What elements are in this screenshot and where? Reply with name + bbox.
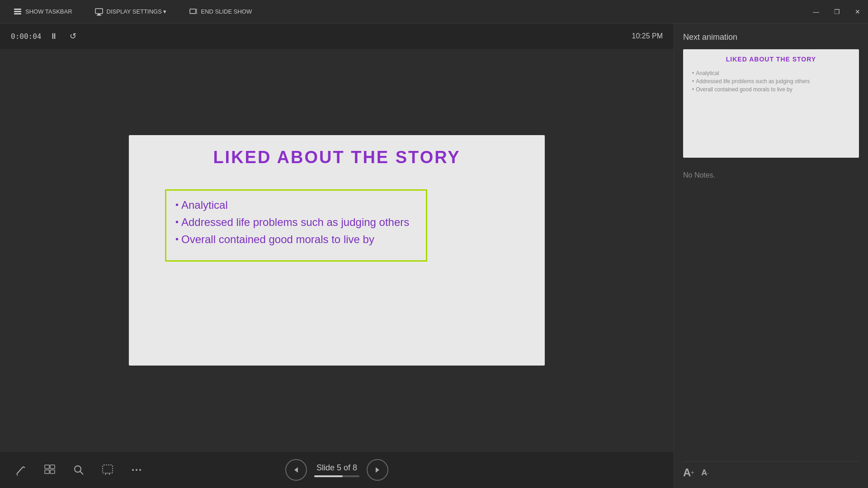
slide-title: LIKED ABOUT THE STORY	[129, 135, 545, 176]
taskbar-icon	[14, 8, 22, 16]
bullet-text-3: Overall contained good morals to live by	[181, 233, 374, 246]
bullet-text-1: Analytical	[181, 199, 228, 211]
top-toolbar: SHOW TASKBAR DISPLAY SETTINGS ▾ END SLID…	[0, 0, 868, 23]
preview-slide-title: LIKED ABOUT THE STORY	[683, 49, 859, 67]
svg-rect-19	[103, 465, 113, 473]
next-animation-label: Next animation	[683, 33, 859, 42]
show-taskbar-button[interactable]: SHOW TASKBAR	[9, 5, 77, 19]
svg-line-18	[80, 471, 83, 474]
svg-rect-16	[50, 470, 55, 474]
bottom-tools-left	[11, 460, 146, 480]
preview-bullets: • Analytical • Addressed life problems s…	[683, 67, 859, 97]
svg-marker-25	[294, 467, 298, 473]
timer-display: 0:00:04	[11, 32, 41, 41]
main-content: 0:00:04 ⏸ ↺ 10:25 PM LIKED ABOUT THE STO…	[0, 23, 868, 488]
svg-line-12	[17, 474, 18, 476]
svg-rect-4	[98, 14, 100, 15]
bullet-dot-2: •	[175, 217, 179, 227]
end-slideshow-label: END SLIDE SHOW	[201, 8, 252, 15]
slides-overview-button[interactable]	[40, 460, 60, 480]
svg-point-17	[75, 466, 81, 472]
font-increase-label: A	[683, 466, 691, 479]
svg-rect-15	[45, 470, 49, 474]
slide-frame: LIKED ABOUT THE STORY • Analytical • Add…	[129, 135, 545, 366]
clock-display: 10:25 PM	[632, 32, 663, 40]
font-increase-button[interactable]: A +	[683, 466, 694, 479]
bullet-item-2: • Addressed life problems such as judgin…	[175, 216, 417, 229]
bullet-dot-3: •	[175, 234, 179, 244]
bullet-text-2: Addressed life problems such as judging …	[181, 216, 409, 229]
slide-navigation: Slide 5 of 8	[285, 459, 388, 481]
svg-rect-0	[14, 9, 21, 10]
end-slideshow-icon	[189, 8, 198, 16]
preview-bullet-1: • Analytical	[692, 70, 850, 76]
more-options-button[interactable]	[127, 460, 146, 480]
display-settings-label: DISPLAY SETTINGS ▾	[107, 8, 167, 15]
show-taskbar-label: SHOW TASKBAR	[25, 8, 72, 15]
svg-marker-26	[376, 467, 379, 473]
next-slide-button[interactable]	[367, 459, 388, 481]
slide-controls-bar: 0:00:04 ⏸ ↺ 10:25 PM	[0, 23, 674, 49]
restore-button[interactable]: ❐	[826, 0, 847, 23]
svg-line-8	[196, 13, 197, 14]
svg-point-24	[139, 469, 141, 471]
svg-point-23	[136, 469, 137, 471]
search-button[interactable]	[69, 460, 89, 480]
svg-line-7	[196, 9, 197, 10]
refresh-button[interactable]: ↺	[66, 30, 79, 42]
svg-rect-1	[14, 11, 21, 12]
bullet-item-3: • Overall contained good morals to live …	[175, 233, 417, 246]
pause-button[interactable]: ⏸	[47, 30, 60, 42]
cursor-indicator	[182, 284, 188, 290]
progress-bar-fill	[314, 475, 343, 477]
bottom-toolbar: Slide 5 of 8	[0, 452, 674, 488]
slide-counter: Slide 5 of 8	[316, 463, 357, 473]
svg-rect-3	[95, 9, 103, 14]
svg-rect-6	[190, 9, 196, 14]
slide-viewport: LIKED ABOUT THE STORY • Analytical • Add…	[0, 49, 674, 452]
svg-rect-5	[97, 15, 101, 16]
svg-line-11	[23, 467, 25, 468]
slide-panel: 0:00:04 ⏸ ↺ 10:25 PM LIKED ABOUT THE STO…	[0, 23, 674, 488]
slide-content-box: • Analytical • Addressed life problems s…	[165, 189, 427, 262]
svg-rect-14	[50, 465, 55, 469]
font-controls: A + A -	[683, 461, 859, 479]
notes-area: No Notes.	[683, 167, 859, 461]
progress-bar-track	[314, 475, 359, 477]
end-slide-show-button[interactable]: END SLIDE SHOW	[185, 5, 257, 19]
display-settings-icon	[95, 8, 103, 16]
display-settings-button[interactable]: DISPLAY SETTINGS ▾	[90, 5, 171, 19]
minimize-button[interactable]: —	[806, 0, 826, 23]
svg-rect-2	[14, 13, 21, 14]
preview-bullet-3: • Overall contained good morals to live …	[692, 86, 850, 93]
preview-bullet-2: • Addressed life problems such as judgin…	[692, 78, 850, 84]
bullet-item-1: • Analytical	[175, 199, 417, 211]
font-decrease-label: A	[701, 468, 707, 478]
font-decrease-button[interactable]: A -	[701, 468, 708, 478]
right-panel: Next animation LIKED ABOUT THE STORY • A…	[674, 23, 868, 488]
svg-line-10	[17, 467, 23, 474]
prev-slide-button[interactable]	[285, 459, 307, 481]
bullet-dot-1: •	[175, 200, 179, 210]
svg-point-22	[132, 469, 134, 471]
pen-tool-button[interactable]	[11, 460, 31, 480]
next-slide-preview: LIKED ABOUT THE STORY • Analytical • Add…	[683, 49, 859, 158]
svg-rect-13	[45, 465, 49, 469]
pointer-tool-button[interactable]	[98, 460, 118, 480]
window-controls: — ❐ ✕	[806, 0, 868, 23]
close-button[interactable]: ✕	[847, 0, 868, 23]
